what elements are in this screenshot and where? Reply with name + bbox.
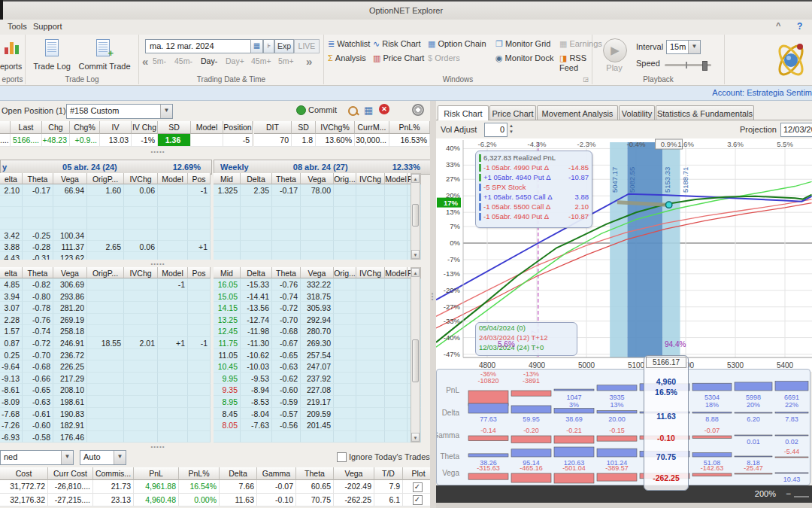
cell[interactable] [158, 241, 188, 252]
cell[interactable] [188, 314, 211, 326]
cell[interactable] [385, 396, 408, 408]
cell[interactable]: 12.45 [214, 325, 241, 337]
cell[interactable]: 9.35 [214, 384, 241, 396]
table-row[interactable]: 8.45-8.04-0.57209.59 [214, 408, 421, 420]
cell[interactable] [385, 252, 408, 260]
cell[interactable]: -5 [223, 134, 253, 147]
cell[interactable]: -13.56 [241, 302, 272, 314]
cell[interactable]: 13.25 [214, 314, 241, 326]
column-header[interactable]: Mid [214, 173, 241, 184]
column-header[interactable]: IV Chg [132, 121, 158, 134]
column-header[interactable]: Delta [241, 173, 272, 184]
column-header[interactable]: Delta [241, 267, 272, 278]
table-row[interactable]: -9.64-0.68226.25 [0, 360, 211, 373]
cell[interactable]: 32,176.32 [0, 494, 48, 507]
cell[interactable]: -0.17 [23, 184, 53, 196]
cell[interactable]: -0.74 [272, 291, 301, 303]
cell[interactable] [356, 196, 385, 207]
cell[interactable]: 100.34 [53, 230, 87, 241]
scroll-down-icon[interactable]: ▼ [411, 250, 420, 259]
cell[interactable]: 15.05 [214, 291, 241, 303]
table-row[interactable] [214, 241, 421, 252]
cell[interactable]: -0.07 [257, 480, 296, 494]
cell[interactable] [272, 252, 301, 260]
cell[interactable]: 31,772.72 [0, 480, 48, 494]
table-row[interactable]: 3.07-0.78281.20 [0, 302, 211, 314]
column-header[interactable]: Model [385, 267, 408, 278]
cell[interactable] [334, 349, 356, 361]
cell[interactable]: -202.49 [334, 480, 374, 494]
cell[interactable]: 10.45 [214, 360, 241, 373]
cell[interactable] [356, 349, 385, 361]
column-header[interactable]: OrigP... [87, 173, 124, 184]
table-row[interactable]: -8.61-0.65208.10 [0, 384, 211, 396]
cell[interactable] [356, 384, 385, 396]
cell[interactable] [356, 241, 385, 252]
splitter-handle[interactable]: ••••• [143, 260, 173, 267]
cell[interactable] [301, 196, 334, 207]
splitter-handle[interactable]: ••••• [143, 443, 173, 450]
cell[interactable] [301, 252, 334, 260]
commit-button[interactable]: Commit [296, 105, 337, 117]
cell[interactable] [158, 419, 188, 431]
table-row[interactable] [214, 252, 421, 260]
cell[interactable]: 1.57 [0, 325, 23, 337]
cell[interactable]: -0.25 [23, 230, 53, 241]
cell[interactable] [334, 408, 356, 420]
cell[interactable] [87, 384, 124, 396]
strategy-select[interactable]: #158 Custom▼ [66, 104, 173, 119]
step-back-icon[interactable]: « [142, 55, 148, 68]
column-header[interactable]: Chg [42, 121, 70, 134]
table-row[interactable]: 15.05-14.41-0.74318.75 [214, 291, 421, 303]
table-row[interactable] [0, 218, 211, 230]
cell[interactable] [158, 384, 188, 396]
column-header[interactable]: Theta [23, 267, 53, 278]
cell[interactable] [385, 314, 408, 326]
cell[interactable] [188, 302, 211, 314]
cell[interactable] [214, 431, 241, 443]
cell[interactable]: 3.07 [0, 302, 23, 314]
cell[interactable] [188, 207, 211, 218]
table-row[interactable]: 4.85-0.82306.69-1 [0, 278, 211, 291]
plot-checkbox[interactable]: ✓ [413, 495, 423, 505]
cell[interactable] [334, 325, 356, 337]
table-row[interactable]: 3.94-0.80293.86 [0, 291, 211, 303]
cell[interactable] [158, 408, 188, 420]
cell[interactable] [356, 431, 385, 443]
cell[interactable]: 8.95 [214, 396, 241, 408]
cell[interactable]: -1 [188, 337, 211, 349]
tab-risk-chart[interactable]: Risk Chart [438, 105, 489, 120]
cell[interactable] [87, 396, 124, 408]
column-header[interactable]: Gamma [257, 467, 296, 480]
cell[interactable]: -1 [188, 184, 211, 196]
cell[interactable] [124, 218, 158, 230]
cell[interactable] [385, 207, 408, 218]
cell[interactable]: -0.28 [23, 241, 53, 252]
cell[interactable]: 11.75 [214, 337, 241, 349]
table-row[interactable]: -8.09-0.63198.61 [0, 396, 211, 408]
trade-log-button[interactable]: Trade Log [30, 62, 74, 71]
cell[interactable]: 269.30 [301, 337, 334, 349]
cell[interactable] [334, 241, 356, 252]
cell[interactable] [124, 419, 158, 431]
cell[interactable] [214, 207, 241, 218]
cell[interactable]: 2.65 [87, 241, 124, 252]
table-row[interactable] [0, 196, 211, 207]
cell[interactable] [385, 431, 408, 443]
table-row[interactable]: 8.95-8.53-0.59219.17 [214, 396, 421, 408]
cell[interactable] [241, 431, 272, 443]
cell[interactable]: 219.17 [301, 396, 334, 408]
scroll-up-icon[interactable]: ▲ [411, 174, 420, 183]
cell[interactable]: 16.53% [389, 134, 430, 147]
cell[interactable] [188, 218, 211, 230]
cell[interactable]: 6.1 [374, 494, 403, 507]
cell[interactable] [356, 252, 385, 260]
cell[interactable]: 281.20 [53, 302, 87, 314]
cell[interactable] [87, 278, 124, 291]
cell[interactable] [87, 431, 124, 443]
cell[interactable]: 8.05 [214, 419, 241, 431]
menu-support[interactable]: Support [33, 22, 62, 31]
cell[interactable]: 246.91 [53, 337, 87, 349]
dialog-launcher-icon[interactable]: ◲ [583, 76, 589, 83]
cell[interactable]: 306.69 [53, 278, 87, 291]
